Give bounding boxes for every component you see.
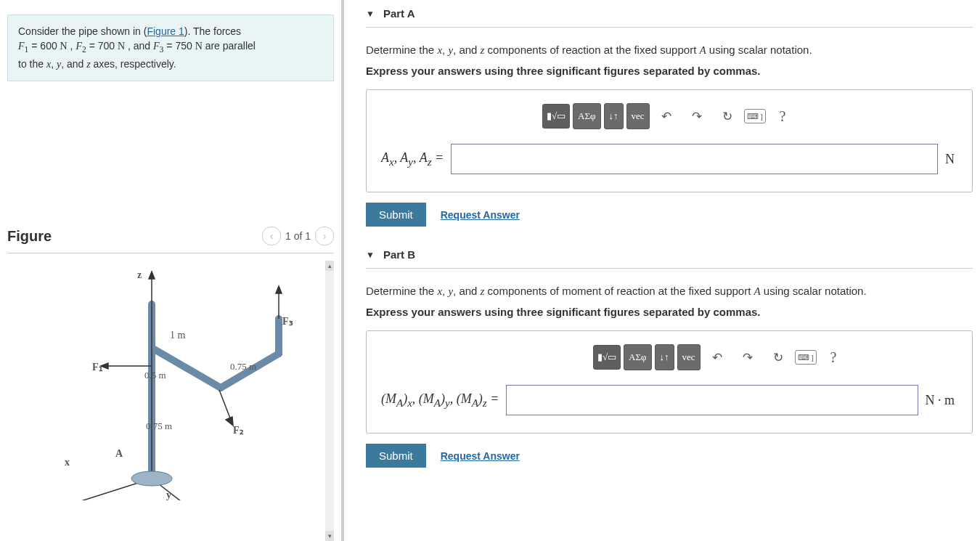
figure-diagram: z x y A F₁ F₂ F₃ 1 m 0.5 m 0.75 m 0.75 m bbox=[28, 261, 304, 500]
caret-down-icon: ▼ bbox=[366, 9, 375, 19]
subscript-button[interactable]: ↓↑ bbox=[604, 103, 624, 129]
force-F3-label: F₃ bbox=[282, 315, 293, 328]
undo-button[interactable]: ↶ bbox=[703, 345, 731, 370]
keyboard-button[interactable]: ⌨ ] bbox=[795, 350, 817, 365]
part-a-answer-label: Ax, Ay, Az = bbox=[377, 150, 444, 168]
point-A-label: A bbox=[115, 448, 123, 460]
part-a-answer-input[interactable] bbox=[451, 144, 938, 174]
svg-line-12 bbox=[219, 390, 232, 422]
figure-scroll-down[interactable]: ▾ bbox=[325, 531, 334, 541]
part-b-toolbar: ▮√▭ ΑΣφ ↓↑ vec ↶ ↷ ↻ ⌨ ] ? bbox=[478, 344, 962, 370]
part-b-answer-label: (MA)x, (MA)y, (MA)z = bbox=[377, 391, 499, 410]
part-b-instruction-bold: Express your answers using three signifi… bbox=[366, 304, 973, 321]
greek-button[interactable]: ΑΣφ bbox=[624, 344, 651, 370]
part-b-answer-input[interactable] bbox=[506, 385, 918, 415]
part-b-submit-button[interactable]: Submit bbox=[366, 444, 426, 468]
caret-down-icon: ▼ bbox=[366, 250, 375, 260]
part-a-unit: N bbox=[945, 152, 962, 167]
greek-button[interactable]: ΑΣφ bbox=[573, 103, 600, 129]
figure-pager-text: 1 of 1 bbox=[285, 230, 311, 242]
templates-button[interactable]: ▮√▭ bbox=[593, 345, 621, 370]
part-b-unit: N · m bbox=[926, 393, 963, 408]
part-b-answer-box: ▮√▭ ΑΣφ ↓↑ vec ↶ ↷ ↻ ⌨ ] ? (MA)x, (MA)y,… bbox=[366, 330, 973, 434]
figure-scroll-up[interactable]: ▴ bbox=[325, 261, 334, 271]
dim-1m-label: 1 m bbox=[170, 330, 185, 341]
axis-x-label: x bbox=[65, 457, 70, 468]
part-a-answer-box: ▮√▭ ΑΣφ ↓↑ vec ↶ ↷ ↻ ⌨ ] ? Ax, Ay, Az = … bbox=[366, 89, 973, 192]
dim-075m-b-label: 0.75 m bbox=[230, 361, 256, 373]
axis-y-label: y bbox=[166, 489, 171, 501]
part-a-header[interactable]: ▼ Part A bbox=[366, 0, 973, 28]
part-a-title: Part A bbox=[383, 7, 415, 20]
svg-marker-13 bbox=[226, 417, 233, 426]
part-a-request-answer-link[interactable]: Request Answer bbox=[441, 209, 520, 221]
svg-marker-9 bbox=[276, 286, 282, 293]
figure-section-title: Figure bbox=[7, 228, 52, 245]
redo-button[interactable]: ↷ bbox=[683, 104, 711, 129]
part-b-request-answer-link[interactable]: Request Answer bbox=[441, 450, 520, 462]
figure-link[interactable]: Figure 1 bbox=[147, 25, 184, 37]
part-a-submit-button[interactable]: Submit bbox=[366, 203, 426, 227]
figure-prev-button[interactable]: ‹ bbox=[262, 227, 281, 245]
part-a-instruction-bold: Express your answers using three signifi… bbox=[366, 63, 973, 80]
problem-text-1: Consider the pipe shown in ( bbox=[18, 25, 147, 37]
help-button[interactable]: ? bbox=[769, 104, 796, 129]
force-F1-label: F₁ bbox=[92, 361, 103, 373]
subscript-button[interactable]: ↓↑ bbox=[655, 344, 674, 370]
part-a-toolbar: ▮√▭ ΑΣφ ↓↑ vec ↶ ↷ ↻ ⌨ ] ? bbox=[377, 103, 962, 129]
dim-05m-label: 0.5 m bbox=[144, 370, 166, 381]
dim-075m-a-label: 0.75 m bbox=[146, 420, 172, 432]
help-button[interactable]: ? bbox=[820, 345, 847, 370]
axis-z-label: z bbox=[137, 269, 142, 281]
part-b-header[interactable]: ▼ Part B bbox=[366, 241, 973, 269]
svg-point-14 bbox=[131, 471, 172, 486]
reset-button[interactable]: ↻ bbox=[764, 345, 792, 370]
redo-button[interactable]: ↷ bbox=[734, 345, 761, 370]
reset-button[interactable]: ↻ bbox=[714, 104, 741, 129]
vec-button[interactable]: vec bbox=[677, 344, 701, 370]
vec-button[interactable]: vec bbox=[626, 103, 650, 129]
svg-line-1 bbox=[152, 348, 221, 388]
part-b-instruction: Determine the x, y, and z components of … bbox=[366, 283, 973, 300]
figure-next-button[interactable]: › bbox=[315, 227, 334, 245]
svg-marker-5 bbox=[149, 272, 155, 279]
part-b-title: Part B bbox=[383, 248, 415, 261]
templates-button[interactable]: ▮√▭ bbox=[542, 104, 570, 129]
part-a-instruction: Determine the x, y, and z components of … bbox=[366, 42, 973, 59]
problem-text-2: ). The forces bbox=[184, 25, 241, 37]
force-F2-label: F₂ bbox=[233, 424, 244, 436]
figure-area: ▴ bbox=[7, 261, 334, 541]
undo-button[interactable]: ↶ bbox=[653, 104, 680, 129]
keyboard-button[interactable]: ⌨ ] bbox=[744, 109, 766, 123]
problem-statement: Consider the pipe shown in (Figure 1). T… bbox=[7, 15, 334, 81]
figure-pager: ‹ 1 of 1 › bbox=[262, 227, 334, 245]
